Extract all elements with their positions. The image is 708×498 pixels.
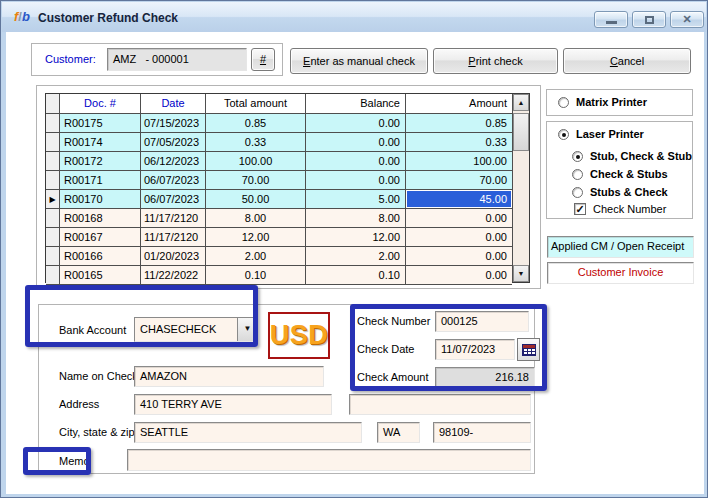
cell-date[interactable]: 11/17/2120 bbox=[141, 209, 206, 228]
cell-total[interactable]: 0.33 bbox=[206, 133, 306, 152]
customer-lookup-button[interactable]: # bbox=[251, 48, 275, 71]
cell-amount[interactable]: 0.00 bbox=[406, 228, 512, 247]
cell-doc[interactable]: R00172 bbox=[60, 152, 141, 171]
cell-balance[interactable]: 0.00 bbox=[306, 152, 406, 171]
matrix-printer-radio[interactable]: Matrix Printer bbox=[558, 96, 647, 108]
table-row[interactable]: R00172 06/12/2023 100.00 0.00 100.00 bbox=[46, 152, 512, 171]
table-row[interactable]: R00165 11/22/2022 0.10 0.10 0.00 bbox=[46, 266, 512, 285]
state-field[interactable]: WA bbox=[377, 422, 420, 443]
cell-amount[interactable]: 0.00 bbox=[406, 209, 512, 228]
cell-balance[interactable]: 2.00 bbox=[306, 247, 406, 266]
cell-doc[interactable]: R00166 bbox=[60, 247, 141, 266]
laser-printer-radio[interactable]: Laser Printer bbox=[558, 128, 644, 140]
scroll-down-button[interactable]: ▼ bbox=[513, 265, 529, 282]
customer-field[interactable]: AMZ - 000001 bbox=[107, 48, 247, 71]
current-row-marker[interactable]: ▶ bbox=[46, 190, 60, 209]
table-row[interactable]: R00166 01/20/2023 2.00 2.00 0.00 bbox=[46, 247, 512, 266]
checkbox-checked-icon: ✓ bbox=[574, 203, 586, 215]
cancel-button[interactable]: Cancel bbox=[563, 48, 691, 74]
scroll-up-button[interactable]: ▲ bbox=[513, 94, 529, 111]
enter-as-manual-check-button[interactable]: Enter as manual check bbox=[290, 48, 428, 74]
print-check-button[interactable]: Print check bbox=[433, 48, 558, 74]
minimize-button[interactable] bbox=[594, 11, 628, 28]
cell-amount[interactable]: 0.00 bbox=[406, 266, 512, 285]
cell-total[interactable]: 12.00 bbox=[206, 228, 306, 247]
scrollbar-thumb[interactable] bbox=[513, 113, 529, 151]
cell-amount-selected[interactable]: 45.00 bbox=[406, 190, 512, 209]
cell-date[interactable]: 06/12/2023 bbox=[141, 152, 206, 171]
row-selector[interactable] bbox=[46, 133, 60, 152]
table-row[interactable]: R00175 07/15/2023 0.85 0.00 0.85 bbox=[46, 114, 512, 133]
cell-balance[interactable]: 12.00 bbox=[306, 228, 406, 247]
cell-doc[interactable]: R00168 bbox=[60, 209, 141, 228]
cell-total[interactable]: 0.10 bbox=[206, 266, 306, 285]
cell-balance[interactable]: 8.00 bbox=[306, 209, 406, 228]
cell-date[interactable]: 01/20/2023 bbox=[141, 247, 206, 266]
cell-balance[interactable]: 0.10 bbox=[306, 266, 406, 285]
close-button[interactable]: ✕ bbox=[670, 11, 704, 28]
cell-total[interactable]: 2.00 bbox=[206, 247, 306, 266]
header-total[interactable]: Total amount bbox=[206, 94, 306, 114]
cell-date[interactable]: 11/17/2120 bbox=[141, 228, 206, 247]
row-selector[interactable] bbox=[46, 209, 60, 228]
header-amount[interactable]: Amount bbox=[406, 94, 512, 114]
cell-balance[interactable]: 5.00 bbox=[306, 190, 406, 209]
check-date-field[interactable]: 11/07/2023 bbox=[435, 339, 515, 360]
row-selector[interactable] bbox=[46, 114, 60, 133]
zip-field[interactable]: 98109- bbox=[433, 422, 531, 443]
cell-amount[interactable]: 0.33 bbox=[406, 133, 512, 152]
combo-dropdown-button[interactable]: ▼ bbox=[237, 318, 257, 341]
table-row[interactable]: R00171 06/07/2023 70.00 0.00 70.00 bbox=[46, 171, 512, 190]
cell-total[interactable]: 50.00 bbox=[206, 190, 306, 209]
table-row[interactable]: R00167 11/17/2120 12.00 12.00 0.00 bbox=[46, 228, 512, 247]
cell-balance[interactable]: 0.00 bbox=[306, 171, 406, 190]
maximize-button[interactable] bbox=[632, 11, 666, 28]
cell-date[interactable]: 06/07/2023 bbox=[141, 190, 206, 209]
cell-doc[interactable]: R00174 bbox=[60, 133, 141, 152]
cell-amount[interactable]: 100.00 bbox=[406, 152, 512, 171]
address-field[interactable]: 410 TERRY AVE bbox=[134, 394, 332, 415]
cell-amount[interactable]: 0.85 bbox=[406, 114, 512, 133]
cell-balance[interactable]: 0.00 bbox=[306, 114, 406, 133]
cell-total[interactable]: 8.00 bbox=[206, 209, 306, 228]
row-selector[interactable] bbox=[46, 247, 60, 266]
row-selector[interactable] bbox=[46, 171, 60, 190]
header-doc[interactable]: Doc. # bbox=[60, 94, 141, 114]
city-field[interactable]: SEATTLE bbox=[134, 422, 362, 443]
cell-total[interactable]: 0.85 bbox=[206, 114, 306, 133]
cell-amount[interactable]: 0.00 bbox=[406, 247, 512, 266]
cell-doc[interactable]: R00165 bbox=[60, 266, 141, 285]
cell-date[interactable]: 06/07/2023 bbox=[141, 171, 206, 190]
cell-date[interactable]: 11/22/2022 bbox=[141, 266, 206, 285]
stub-check-stub-radio[interactable]: Stub, Check & Stub bbox=[572, 150, 692, 162]
bank-account-combobox[interactable]: CHASECHECK ▼ bbox=[134, 317, 258, 342]
header-date[interactable]: Date bbox=[141, 94, 206, 114]
row-selector[interactable] bbox=[46, 152, 60, 171]
grid-scrollbar[interactable]: ▲ ▼ bbox=[512, 94, 529, 282]
cell-total[interactable]: 70.00 bbox=[206, 171, 306, 190]
cell-doc[interactable]: R00175 bbox=[60, 114, 141, 133]
name-on-check-field[interactable]: AMAZON bbox=[134, 366, 324, 387]
check-stubs-radio[interactable]: Check & Stubs bbox=[572, 168, 668, 180]
cell-doc[interactable]: R00167 bbox=[60, 228, 141, 247]
row-selector[interactable] bbox=[46, 266, 60, 285]
cell-doc[interactable]: R00171 bbox=[60, 171, 141, 190]
check-number-checkbox[interactable]: ✓Check Number bbox=[574, 203, 666, 215]
cell-amount[interactable]: 70.00 bbox=[406, 171, 512, 190]
stubs-check-radio[interactable]: Stubs & Check bbox=[572, 186, 668, 198]
title-bar[interactable]: f/b Customer Refund Check ✕ bbox=[2, 2, 706, 32]
cell-date[interactable]: 07/05/2023 bbox=[141, 133, 206, 152]
table-row[interactable]: R00168 11/17/2120 8.00 8.00 0.00 bbox=[46, 209, 512, 228]
cell-balance[interactable]: 0.00 bbox=[306, 133, 406, 152]
check-number-field[interactable]: 000125 bbox=[435, 311, 529, 332]
cell-date[interactable]: 07/15/2023 bbox=[141, 114, 206, 133]
address2-field[interactable] bbox=[349, 394, 531, 415]
check-date-picker-button[interactable] bbox=[517, 338, 540, 361]
row-selector[interactable] bbox=[46, 228, 60, 247]
memo-field[interactable] bbox=[127, 449, 531, 471]
table-row[interactable]: R00174 07/05/2023 0.33 0.00 0.33 bbox=[46, 133, 512, 152]
cell-doc[interactable]: R00170 bbox=[60, 190, 141, 209]
table-row-selected[interactable]: ▶ R00170 06/07/2023 50.00 5.00 45.00 bbox=[46, 190, 512, 209]
cell-total[interactable]: 100.00 bbox=[206, 152, 306, 171]
header-balance[interactable]: Balance bbox=[306, 94, 406, 114]
